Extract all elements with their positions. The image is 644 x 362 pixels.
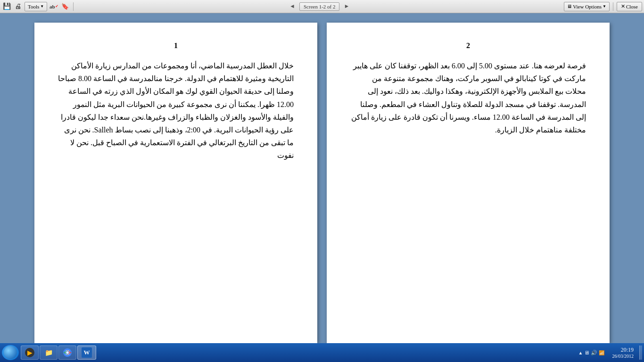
explorer-icon: 📁 xyxy=(44,348,53,357)
toolbar-right: 🖥 View Options ▼ ✕ Close xyxy=(564,2,642,11)
chrome-icon xyxy=(63,348,72,357)
signal-icon[interactable]: 📶 xyxy=(599,350,604,355)
taskbar-item-word[interactable]: W xyxy=(77,346,96,360)
start-orb xyxy=(4,346,17,359)
toolbar: 💾 🖨 Tools ▼ ab✓ 🔖 ◄ Screen 1-2 of 2 ► 🖥 … xyxy=(0,0,644,13)
print-icon[interactable]: 🖨 xyxy=(13,2,23,11)
start-button[interactable] xyxy=(2,345,19,360)
close-button[interactable]: ✕ Close xyxy=(617,2,642,11)
system-tray-icons: ▲ 🖥 🔊 📶 xyxy=(577,350,607,356)
taskbar-item-media[interactable]: ▶ xyxy=(21,346,39,360)
volume-icon[interactable]: 🔊 xyxy=(591,350,597,356)
toolbar-center: ◄ Screen 1-2 of 2 ► xyxy=(75,2,564,11)
media-icon: ▶ xyxy=(25,348,34,357)
save-icon[interactable]: 💾 xyxy=(2,2,11,11)
document-area: 1 خلال العطل المدرسية الماضي، أنا ومجموع… xyxy=(0,13,644,343)
tray-arrow-icon[interactable]: ▲ xyxy=(578,350,583,355)
page-2: 2 فرصة لعرضه هنا. عند مستوى 5.00 إلى 6.0… xyxy=(327,23,610,343)
tools-dropdown-icon: ▼ xyxy=(40,4,44,8)
close-x-icon: ✕ xyxy=(621,3,625,9)
close-label: Close xyxy=(626,4,638,9)
prev-screen-button[interactable]: ◄ xyxy=(288,2,297,11)
toolbar-left: 💾 🖨 Tools ▼ ab✓ 🔖 xyxy=(2,2,75,11)
separator-2 xyxy=(613,2,613,11)
taskbar: ▶ 📁 W ▲ 🖥 🔊 � xyxy=(0,343,644,362)
taskbar-item-chrome[interactable] xyxy=(58,346,76,360)
svg-point-3 xyxy=(66,352,69,354)
view-options-button[interactable]: 🖥 View Options ▼ xyxy=(564,2,610,11)
clock-time: 20:19 xyxy=(612,346,634,354)
network-icon[interactable]: 🖥 xyxy=(584,350,589,355)
screen-label: Screen 1-2 of 2 xyxy=(299,2,340,11)
clock[interactable]: 20:19 26/03/2012 xyxy=(608,346,637,360)
page-2-number: 2 xyxy=(350,41,586,50)
tools-button[interactable]: Tools ▼ xyxy=(25,2,47,11)
word-icon: W xyxy=(82,347,92,358)
taskbar-item-explorer[interactable]: 📁 xyxy=(40,346,58,360)
view-options-icon: 🖥 xyxy=(567,4,572,9)
page-1-text: خلال العطل المدرسية الماضي، أنا ومجموعات… xyxy=(58,59,294,162)
view-options-dropdown-icon: ▼ xyxy=(603,4,606,8)
spellcheck-icon[interactable]: ab✓ xyxy=(49,2,58,11)
separator-1 xyxy=(73,2,74,11)
view-options-label: View Options xyxy=(573,4,602,9)
next-screen-button[interactable]: ► xyxy=(342,2,351,11)
taskbar-right: ▲ 🖥 🔊 📶 20:19 26/03/2012 xyxy=(577,346,642,360)
page-2-text: فرصة لعرضه هنا. عند مستوى 5.00 إلى 6.00 … xyxy=(350,59,586,136)
bookmark-icon[interactable]: 🔖 xyxy=(60,2,70,11)
show-desktop-button[interactable] xyxy=(639,346,642,360)
page-1: 1 خلال العطل المدرسية الماضي، أنا ومجموع… xyxy=(34,23,317,343)
taskbar-items: ▶ 📁 W xyxy=(21,346,577,360)
clock-date: 26/03/2012 xyxy=(612,354,634,359)
page-1-number: 1 xyxy=(58,41,294,50)
tools-label: Tools xyxy=(28,4,39,9)
